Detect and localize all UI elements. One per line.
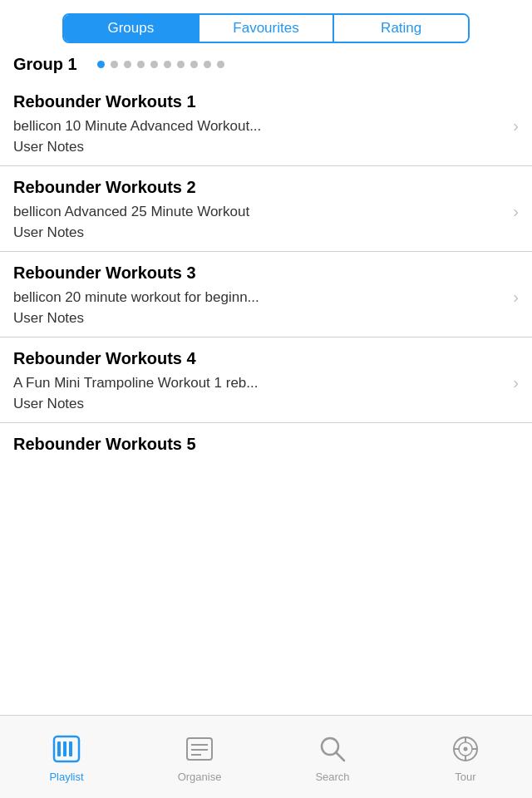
svg-rect-2	[63, 741, 66, 756]
dot-10[interactable]	[217, 61, 224, 68]
segmented-control: Groups Favourites Rating	[62, 13, 470, 43]
group-header: Group 1	[0, 43, 532, 81]
pagination-dots	[97, 61, 224, 68]
dot-6[interactable]	[164, 61, 171, 68]
workout-item-1: Rebounder Workouts 1 bellicon 10 Minute …	[0, 81, 532, 166]
svg-rect-1	[57, 741, 61, 756]
chevron-icon-1: ›	[513, 116, 519, 135]
user-notes-1: User Notes	[13, 139, 532, 165]
dot-4[interactable]	[137, 61, 145, 68]
workout-name-1: Rebounder Workouts 1	[13, 81, 532, 116]
tab-search-label: Search	[315, 771, 349, 783]
favourites-tab[interactable]: Favourites	[200, 15, 333, 42]
dot-8[interactable]	[190, 61, 198, 68]
workout-item-2: Rebounder Workouts 2 bellicon Advanced 2…	[0, 166, 532, 252]
svg-line-9	[336, 752, 344, 761]
tab-playlist-label: Playlist	[49, 771, 83, 783]
workout-name-5: Rebounder Workouts 5	[13, 423, 532, 459]
group-title: Group 1	[13, 55, 77, 74]
tab-playlist[interactable]: Playlist	[0, 716, 133, 798]
tab-bar: Playlist Organise Search	[0, 715, 532, 798]
chevron-icon-3: ›	[513, 288, 519, 307]
chevron-icon-2: ›	[513, 202, 519, 221]
dot-5[interactable]	[150, 61, 158, 68]
tab-organise[interactable]: Organise	[133, 716, 266, 798]
dot-1[interactable]	[97, 61, 105, 68]
user-notes-4: User Notes	[13, 396, 532, 422]
rating-tab[interactable]: Rating	[334, 15, 468, 42]
workout-subtitle-3: bellicon 20 minute workout for beginn...	[13, 289, 506, 306]
workout-name-4: Rebounder Workouts 4	[13, 337, 532, 373]
tab-search[interactable]: Search	[266, 716, 399, 798]
workout-item-4: Rebounder Workouts 4 A Fun Mini Trampoli…	[0, 337, 532, 423]
workout-row-2[interactable]: bellicon Advanced 25 Minute Workout ›	[13, 202, 532, 224]
svg-rect-3	[69, 741, 72, 756]
tab-tour-label: Tour	[455, 771, 475, 783]
dot-3[interactable]	[124, 61, 131, 68]
workout-item-5: Rebounder Workouts 5	[0, 423, 532, 459]
workout-subtitle-2: bellicon Advanced 25 Minute Workout	[13, 204, 506, 220]
user-notes-2: User Notes	[13, 224, 532, 251]
workout-item-3: Rebounder Workouts 3 bellicon 20 minute …	[0, 252, 532, 337]
groups-tab[interactable]: Groups	[64, 15, 198, 42]
user-notes-3: User Notes	[13, 310, 532, 337]
tab-organise-label: Organise	[178, 771, 222, 783]
content-area: Groups Favourites Rating Group 1 Rebound…	[0, 0, 532, 715]
chevron-icon-4: ›	[513, 373, 519, 392]
tour-icon	[447, 731, 484, 767]
dot-2[interactable]	[111, 61, 118, 68]
tab-tour[interactable]: Tour	[399, 716, 532, 798]
workout-row-4[interactable]: A Fun Mini Trampoline Workout 1 reb... ›	[13, 373, 532, 396]
dot-9[interactable]	[204, 61, 211, 68]
search-icon	[314, 731, 351, 767]
workout-row-1[interactable]: bellicon 10 Minute Advanced Workout... ›	[13, 116, 532, 139]
workout-row-3[interactable]: bellicon 20 minute workout for beginn...…	[13, 288, 532, 310]
dot-7[interactable]	[177, 61, 185, 68]
playlist-icon	[48, 731, 85, 767]
workout-subtitle-4: A Fun Mini Trampoline Workout 1 reb...	[13, 375, 506, 392]
organise-icon	[181, 731, 218, 767]
workout-name-2: Rebounder Workouts 2	[13, 166, 532, 202]
workout-name-3: Rebounder Workouts 3	[13, 252, 532, 288]
workout-subtitle-1: bellicon 10 Minute Advanced Workout...	[13, 118, 506, 135]
svg-point-16	[464, 747, 468, 751]
